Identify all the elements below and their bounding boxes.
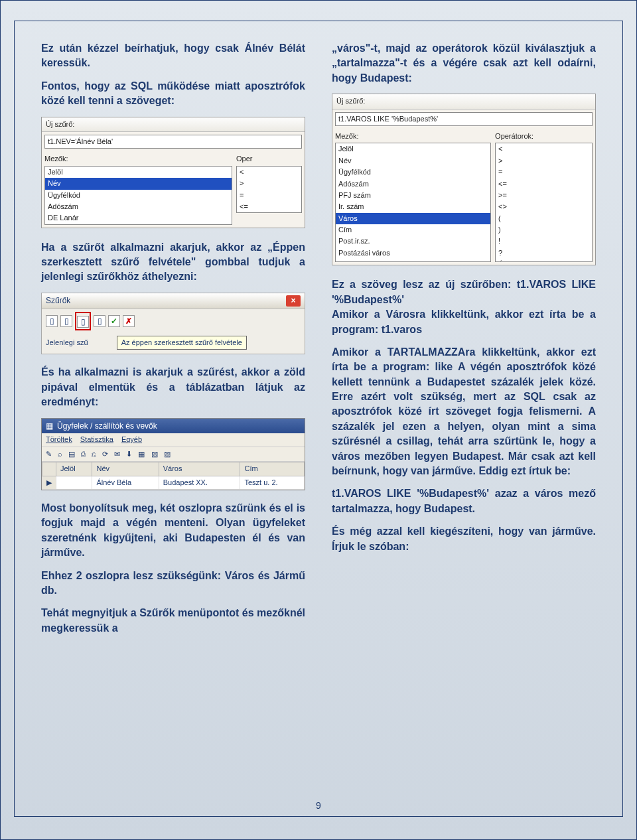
list-item[interactable]: <: [237, 167, 301, 178]
right-p5: És még azzal kell kiegészíteni, hogy van…: [332, 524, 596, 554]
list-item[interactable]: >: [237, 178, 301, 189]
right-p1: „város"-t, majd az operátorok közül kivá…: [332, 41, 596, 86]
list-item[interactable]: Adószám: [336, 178, 490, 190]
left-column: Ez után kézzel beírhatjuk, hogy csak Ál­…: [41, 41, 305, 644]
filter-editor-shot-2: Új szűrő: t1.VAROS LIKE '%Budapest%' Mez…: [332, 94, 596, 265]
apply-icon[interactable]: ✓: [108, 315, 120, 327]
toolbar-btn-4[interactable]: ▯: [94, 315, 106, 327]
left-p3: Ha a szűrőt alkalmazni akarjuk, akkor az…: [41, 240, 305, 285]
current-filter-label: Jelenlegi szű: [46, 338, 88, 346]
shot1-label: Új szűrő:: [42, 117, 305, 132]
right-p2: Ez a szöveg lesz az új szűrőben: t1.VARO…: [332, 277, 596, 337]
list-item[interactable]: Jelöl: [45, 167, 232, 178]
right-p2c: Amikor a Városra klikkeltünk, akkor ezt …: [332, 309, 596, 334]
list-item[interactable]: >: [496, 155, 592, 167]
list-item[interactable]: (: [496, 213, 592, 224]
list-item[interactable]: ?: [496, 247, 592, 259]
toolbar-btn-2[interactable]: ▯: [60, 315, 72, 327]
add-filter-button[interactable]: ▯: [77, 316, 89, 328]
cell: [56, 476, 92, 489]
list-item[interactable]: >=: [496, 190, 592, 201]
list-item[interactable]: =: [496, 167, 592, 178]
cell: Álnév Béla: [92, 476, 159, 489]
list-item[interactable]: Cím: [336, 224, 490, 236]
list-item[interactable]: ÉS: [496, 259, 592, 262]
cancel-icon[interactable]: ✗: [123, 315, 135, 327]
list-item[interactable]: Adószám: [45, 201, 232, 212]
grid-shot: ▦ Ügyfelek / szállítók és vevők Töröltek…: [41, 418, 305, 490]
list-item[interactable]: <: [496, 143, 592, 155]
menu-item[interactable]: Statisztika: [80, 435, 113, 443]
table-row[interactable]: ▶Álnév BélaBudapest XX.Teszt u. 2.: [42, 476, 305, 489]
toolbar-title: Szűrők: [46, 295, 70, 307]
window-icon: ▦: [46, 421, 53, 432]
row-marker: ▶: [42, 476, 56, 489]
list-item[interactable]: DE Lanár: [45, 212, 232, 224]
left-p5: Most bonyolítsuk meg, két oszlopra szű­r…: [41, 501, 305, 561]
shot1-fields-list[interactable]: JelölNévÜgyfélkódAdószámDE Lanár: [44, 166, 232, 225]
shot4-input[interactable]: t1.VAROS LIKE '%Budapest%': [335, 112, 593, 126]
list-item[interactable]: Ügyfélkód: [336, 167, 490, 178]
right-p2d: t1.varos: [382, 324, 422, 335]
grid-toolbar[interactable]: ✎ ⌕ ▤ ⎙ ⎌ ⟳ ✉ ⬇ ▦ ▧ ▨: [42, 447, 305, 462]
column-header[interactable]: Név: [92, 462, 159, 476]
shot4-fields-label: Mezők:: [335, 131, 491, 141]
menu-item[interactable]: Egyéb: [121, 435, 142, 443]
list-item[interactable]: !: [496, 236, 592, 247]
column-header[interactable]: Jelöl: [56, 462, 92, 476]
grid-title: Ügyfelek / szállítók és vevők: [57, 421, 157, 432]
list-item[interactable]: <>: [496, 201, 592, 212]
shot1-ops-list[interactable]: <>=<=: [236, 166, 302, 214]
cell: Budapest XX.: [159, 476, 240, 489]
right-p4: t1.VAROS LIKE '%Budapest%' azaz a város …: [332, 486, 596, 516]
filter-editor-shot-1: Új szűrő: t1.NEV='Álnév Béla' Mezők: Jel…: [41, 117, 305, 228]
list-item[interactable]: Név: [45, 178, 232, 189]
list-item[interactable]: Ir. szám: [336, 201, 490, 212]
shot1-ops-label: Oper: [236, 154, 302, 164]
columns: Ez után kézzel beírhatjuk, hogy csak Ál­…: [41, 41, 596, 644]
shot1-input[interactable]: t1.NEV='Álnév Béla': [44, 135, 302, 149]
right-p2a: Ez a szöveg lesz az új szűrőben:: [332, 279, 517, 290]
shot4-label: Új szűrő:: [332, 94, 595, 109]
list-item[interactable]: Név: [336, 155, 490, 167]
list-item[interactable]: Jelöl: [336, 143, 490, 155]
right-column: „város"-t, majd az operátorok közül kivá…: [332, 41, 596, 644]
list-item[interactable]: Város: [336, 213, 490, 224]
column-header[interactable]: Cím: [240, 462, 305, 476]
list-item[interactable]: Post.ir.sz.: [336, 236, 490, 247]
list-item[interactable]: Ügyfélkód: [45, 190, 232, 201]
list-item[interactable]: PFJ szám: [336, 190, 490, 201]
cell: Teszt u. 2.: [240, 476, 305, 489]
page: Ez után kézzel beírhatjuk, hogy csak Ál­…: [0, 0, 637, 840]
menu-item[interactable]: Töröltek: [46, 435, 72, 443]
left-p2: Fontos, hogy az SQL működése miatt aposz…: [41, 79, 305, 109]
list-item[interactable]: Postázási cím: [336, 259, 490, 262]
list-item[interactable]: =: [237, 190, 301, 201]
page-number: 9: [15, 800, 622, 811]
left-p6: Ehhez 2 oszlopra lesz szükségünk: Város …: [41, 569, 305, 598]
left-p7: Tehát megnyitjuk a Szűrők menüpontot és …: [41, 606, 305, 636]
close-icon[interactable]: ×: [286, 295, 301, 307]
list-item[interactable]: Postázási város: [336, 247, 490, 259]
shot4-ops-list[interactable]: <>=<=>=<>()!?ÉSVAGYNEMTARTALMAZZA: [495, 143, 593, 262]
inner-frame: Ez után kézzel beírhatjuk, hogy csak Ál­…: [14, 21, 623, 817]
grid-menubar[interactable]: TöröltekStatisztikaEgyéb: [42, 433, 305, 447]
right-p3: Amikor a TARTALMAZZAra klikkeltünk, akko…: [332, 345, 596, 479]
tooltip: Az éppen szerkesztett szűrő felvétele: [117, 336, 247, 350]
list-item[interactable]: ): [496, 224, 592, 236]
shot4-ops-label: Operátorok:: [495, 131, 593, 141]
list-item[interactable]: <=: [496, 178, 592, 190]
shot1-fields-label: Mezők:: [44, 154, 232, 164]
column-header[interactable]: Város: [159, 462, 240, 476]
toolbar-btn-1[interactable]: ▯: [46, 315, 58, 327]
grid-table: JelölNévVárosCím ▶Álnév BélaBudapest XX.…: [42, 462, 305, 490]
grid-header-row: JelölNévVárosCím: [42, 462, 305, 476]
left-p1: Ez után kézzel beírhatjuk, hogy csak Ál­…: [41, 41, 305, 71]
left-p4: És ha alkalmazni is akarjuk a szűrést, a…: [41, 365, 305, 409]
toolbar-shot: Szűrők × ▯ ▯ ▯ ▯ ✓ ✗ Jelenlegi szű Az ép…: [41, 293, 305, 355]
shot4-fields-list[interactable]: JelölNévÜgyfélkódAdószámPFJ számIr. szám…: [335, 143, 491, 262]
list-item[interactable]: <=: [237, 201, 301, 212]
